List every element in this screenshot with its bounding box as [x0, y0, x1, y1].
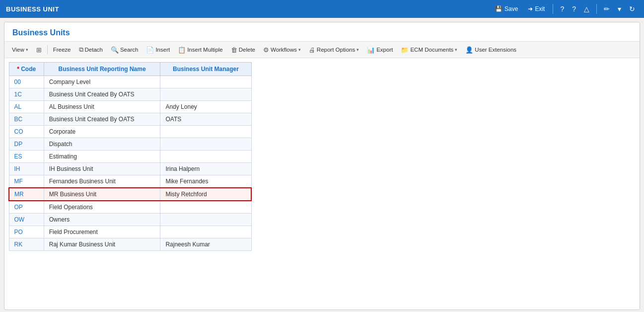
page-header: Business Units [4, 22, 640, 41]
refresh-icon[interactable]: ↻ [626, 3, 638, 15]
cell-manager: Irina Halpern [160, 163, 251, 175]
detach-button[interactable]: ⧉ Detach [75, 44, 106, 56]
cell-manager [160, 201, 251, 214]
row-icon: ⊞ [36, 46, 42, 54]
exit-button[interactable]: ➜ Exit [524, 3, 549, 14]
page-title: Business Units [12, 28, 632, 37]
report-options-button[interactable]: 🖨 Report Options ▾ [305, 44, 362, 56]
table-row[interactable]: MFFernandes Business UnitMike Fernandes [9, 175, 251, 188]
cell-code: DP [9, 138, 44, 151]
table-row[interactable]: ESEstimating [9, 151, 251, 163]
cell-code: IH [9, 163, 44, 175]
ecm-documents-button[interactable]: 📁 ECM Documents ▾ [397, 44, 461, 56]
cell-manager: Rajneesh Kumar [160, 238, 251, 251]
cell-code: OW [9, 214, 44, 226]
cell-code: ES [9, 151, 44, 163]
table-row[interactable]: MRMR Business UnitMisty Retchford [9, 188, 251, 201]
table-row[interactable]: COCorporate [9, 126, 251, 138]
toolbar: View ▾ ⊞ Freeze ⧉ Detach 🔍 Search 📄 Inse… [4, 41, 640, 58]
help-icon-1[interactable]: ? [557, 3, 567, 15]
export-button[interactable]: 📊 Export [363, 44, 396, 56]
workflows-icon: ⚙ [263, 46, 269, 54]
exit-icon: ➜ [528, 5, 533, 12]
delete-button[interactable]: 🗑 Delete [227, 44, 259, 56]
search-button[interactable]: 🔍 Search [107, 44, 142, 56]
insert-button[interactable]: 📄 Insert [143, 44, 173, 56]
col-header-reporting-name: Business Unit Reporting Name [44, 63, 160, 76]
cell-reporting-name: Owners [44, 214, 160, 226]
separator-1 [553, 4, 553, 14]
top-bar-actions: 💾 Save ➜ Exit ? ? △ ✏ ▾ ↻ [491, 3, 638, 15]
cell-manager [160, 214, 251, 226]
row-select-button[interactable]: ⊞ [33, 44, 45, 56]
app-title: BUSINESS UNIT [6, 5, 59, 13]
main-content: Business Units View ▾ ⊞ Freeze ⧉ Detach … [4, 22, 640, 310]
business-units-table: Code Business Unit Reporting Name Busine… [8, 62, 252, 251]
table-row[interactable]: RKRaj Kumar Business UnitRajneesh Kumar [9, 238, 251, 251]
cell-reporting-name: Field Operations [44, 201, 160, 214]
table-header-row: Code Business Unit Reporting Name Busine… [9, 63, 251, 76]
alert-icon[interactable]: △ [581, 3, 592, 15]
cell-reporting-name: Business Unit Created By OATS [44, 88, 160, 101]
toolbar-sep-1 [47, 45, 48, 54]
ecm-icon: 📁 [401, 46, 409, 54]
cell-code: PO [9, 226, 44, 238]
table-row[interactable]: OPField Operations [9, 201, 251, 214]
cell-manager [160, 138, 251, 151]
cell-manager: Misty Retchford [160, 188, 251, 201]
edit-icon[interactable]: ✏ [601, 3, 613, 15]
cell-code: 00 [9, 76, 44, 88]
workflows-button[interactable]: ⚙ Workflows ▾ [260, 44, 304, 56]
report-icon: 🖨 [309, 46, 315, 54]
search-icon: 🔍 [111, 46, 119, 54]
cell-manager [160, 76, 251, 88]
table-row[interactable]: POField Procurement [9, 226, 251, 238]
table-area: Code Business Unit Reporting Name Busine… [4, 58, 640, 255]
cell-reporting-name: Fernandes Business Unit [44, 175, 160, 188]
cell-reporting-name: Estimating [44, 151, 160, 163]
insert-multiple-icon: 📋 [178, 46, 186, 54]
cell-code: MR [9, 188, 44, 201]
cell-reporting-name: Raj Kumar Business Unit [44, 238, 160, 251]
detach-icon: ⧉ [79, 46, 83, 54]
col-header-code: Code [9, 63, 44, 76]
cell-reporting-name: Corporate [44, 126, 160, 138]
cell-reporting-name: IH Business Unit [44, 163, 160, 175]
user-extensions-button[interactable]: 👤 User Extensions [462, 44, 520, 56]
export-icon: 📊 [367, 46, 375, 54]
cell-code: RK [9, 238, 44, 251]
insert-icon: 📄 [146, 46, 154, 54]
cell-manager: OATS [160, 113, 251, 126]
cell-manager: Andy Loney [160, 101, 251, 113]
save-icon: 💾 [495, 5, 502, 12]
cell-code: MF [9, 175, 44, 188]
cell-reporting-name: Dispatch [44, 138, 160, 151]
separator-2 [596, 4, 597, 14]
cell-reporting-name: Field Procurement [44, 226, 160, 238]
table-row[interactable]: DPDispatch [9, 138, 251, 151]
table-row[interactable]: ALAL Business UnitAndy Loney [9, 101, 251, 113]
save-button[interactable]: 💾 Save [491, 3, 522, 14]
cell-manager [160, 151, 251, 163]
cell-code: CO [9, 126, 44, 138]
cell-manager [160, 126, 251, 138]
cell-manager [160, 88, 251, 101]
report-arrow-icon: ▾ [357, 47, 359, 52]
freeze-button[interactable]: Freeze [50, 45, 74, 55]
table-row[interactable]: OWOwners [9, 214, 251, 226]
user-ext-icon: 👤 [465, 46, 473, 54]
cell-code: 1C [9, 88, 44, 101]
table-row[interactable]: BCBusiness Unit Created By OATSOATS [9, 113, 251, 126]
cell-code: OP [9, 201, 44, 214]
insert-multiple-button[interactable]: 📋 Insert Multiple [174, 44, 226, 56]
table-row[interactable]: 00Company Level [9, 76, 251, 88]
col-header-manager: Business Unit Manager [160, 63, 251, 76]
cell-manager: Mike Fernandes [160, 175, 251, 188]
workflows-arrow-icon: ▾ [298, 47, 301, 52]
dropdown-icon[interactable]: ▾ [615, 3, 624, 15]
table-row[interactable]: IHIH Business UnitIrina Halpern [9, 163, 251, 175]
cell-reporting-name: AL Business Unit [44, 101, 160, 113]
view-button[interactable]: View ▾ [8, 45, 32, 55]
table-row[interactable]: 1CBusiness Unit Created By OATS [9, 88, 251, 101]
help-icon-2[interactable]: ? [569, 3, 579, 15]
